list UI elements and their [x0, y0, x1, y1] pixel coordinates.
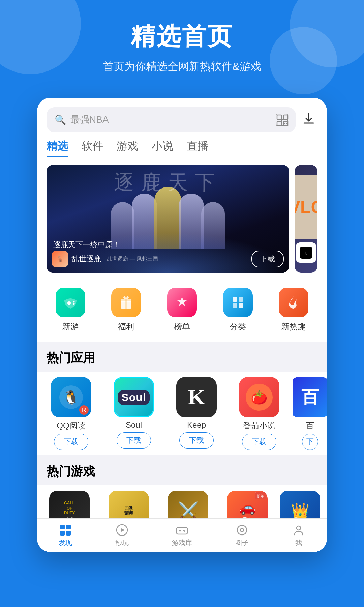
tab-games[interactable]: 游戏: [117, 139, 138, 157]
download-icon[interactable]: [301, 111, 316, 129]
search-input[interactable]: 最强NBA: [70, 113, 272, 126]
banner-main[interactable]: 逐鹿天下 逐鹿天下一统中原！ 🦌 乱世逐鹿 乱世逐鹿 — 风起三国 下载: [47, 165, 289, 273]
quick-icon-trending[interactable]: 新热趣: [279, 288, 308, 332]
download-btn-baidu[interactable]: 下: [302, 434, 318, 450]
honor-emoji: 👑: [291, 502, 309, 520]
vlc-logo: VLC: [295, 197, 317, 217]
app-item-qq-read: 🐧 R QQ阅读 下载: [42, 377, 100, 453]
circle-icon: [235, 523, 249, 537]
banner-side[interactable]: VLC t: [295, 165, 317, 273]
game-store-icon: [175, 523, 189, 537]
nav-item-quick-play[interactable]: 秒玩: [115, 523, 129, 547]
search-input-wrap[interactable]: 🔍 最强NBA: [47, 107, 296, 132]
svg-marker-29: [121, 528, 125, 532]
tab-novel[interactable]: 小说: [152, 139, 173, 157]
banner-app-name: 乱世逐鹿: [71, 254, 101, 264]
tab-software[interactable]: 软件: [82, 139, 103, 157]
fanqie-tomato: 🍅: [246, 384, 273, 411]
qq-speed-badge: 俱年: [255, 492, 266, 499]
svg-point-37: [297, 526, 301, 530]
hot-apps-section: 热门应用 🐧 R QQ阅读 下载: [37, 342, 327, 455]
welfare-label: 福利: [118, 321, 134, 332]
pubg-label: 四季荣耀: [124, 506, 133, 516]
svg-point-36: [240, 528, 244, 532]
app-item-keep: K Keep 下载: [168, 377, 225, 453]
soul-text-wrap: Soul: [118, 390, 149, 405]
game-store-label: 游戏库: [172, 538, 192, 547]
app-icon-soul: Soul: [114, 377, 154, 417]
quick-icon-category[interactable]: 分类: [223, 288, 253, 332]
hot-apps-title: 热门应用: [37, 342, 327, 372]
new-game-label: 新游: [62, 321, 79, 332]
download-btn-fanqie[interactable]: 下载: [242, 434, 276, 450]
svg-point-35: [237, 525, 247, 535]
nav-item-circle[interactable]: 圈子: [235, 523, 249, 547]
banner-description: 逐鹿天下一统中原！: [53, 240, 120, 250]
app-item-soul: Soul Soul 下载: [105, 377, 162, 453]
app-icon-fanqie: 🍅: [239, 377, 279, 417]
quick-play-icon: [115, 523, 129, 537]
quick-icon-welfare[interactable]: 福利: [111, 288, 141, 332]
app-name-qq-read: QQ阅读: [57, 420, 85, 431]
nav-item-discover[interactable]: 发现: [59, 523, 72, 547]
download-btn-keep[interactable]: 下载: [179, 432, 214, 449]
banner-app-row: 🦌 乱世逐鹿 乱世逐鹿 — 风起三国 下载: [52, 251, 284, 267]
discover-label: 发现: [59, 538, 72, 547]
search-icon: 🔍: [55, 114, 66, 125]
app-name-keep: Keep: [187, 420, 206, 430]
banner-app-icon: 🦌: [52, 251, 68, 267]
download-btn-soul[interactable]: 下载: [117, 432, 151, 449]
hot-apps-row: 🐧 R QQ阅读 下载 Soul: [37, 372, 327, 455]
keep-text: K: [188, 385, 205, 410]
banner-game-logo-text: 乱世逐鹿 — 风起三国: [107, 256, 158, 263]
qq-speed-emoji: 🚗: [239, 499, 256, 515]
qq-read-badge: R: [79, 405, 89, 415]
new-game-icon: [56, 288, 85, 317]
scan-icon[interactable]: [276, 114, 288, 126]
cod-text: CALLOFDUTY: [64, 501, 75, 515]
trending-icon: [279, 288, 308, 317]
svg-point-14: [73, 301, 74, 303]
app-name-fanqie: 番茄小说: [243, 420, 275, 431]
ranking-icon: [167, 288, 197, 317]
svg-point-15: [73, 303, 74, 305]
me-icon: [292, 523, 305, 537]
svg-rect-26: [60, 531, 65, 536]
svg-rect-21: [239, 297, 243, 302]
qq-read-emoji: 🐧: [63, 389, 80, 405]
banner-wrap: 逐鹿天下 逐鹿天下一统中原！ 🦌 乱世逐鹿 乱世逐鹿 — 风起三国 下载 VLC: [37, 165, 327, 280]
download-btn-qq-read[interactable]: 下载: [54, 434, 88, 450]
quick-play-label: 秒玩: [115, 538, 129, 547]
pubg-text: 四季荣耀: [124, 506, 133, 516]
qq-read-inner: 🐧: [59, 385, 83, 409]
app-item-fanqie: 🍅 番茄小说 下载: [231, 377, 288, 453]
trending-label: 新热趣: [281, 321, 306, 332]
svg-rect-22: [233, 303, 237, 308]
tab-featured[interactable]: 精选: [47, 139, 68, 157]
svg-rect-24: [60, 525, 65, 529]
banner-top-text: 逐鹿天下: [47, 169, 289, 196]
banner-download-button[interactable]: 下载: [251, 251, 284, 267]
page-subtitle: 首页为你精选全网新热软件&游戏: [0, 59, 364, 74]
nav-item-game-store[interactable]: 游戏库: [172, 523, 192, 547]
quick-icon-new-game[interactable]: 新游: [56, 288, 85, 332]
discover-icon: [59, 523, 72, 537]
category-label: 分类: [230, 321, 246, 332]
svg-rect-30: [177, 527, 187, 534]
soul-text: Soul: [121, 391, 146, 403]
fanqie-emoji: 🍅: [251, 389, 268, 405]
category-icon: [223, 288, 253, 317]
circle-label: 圈子: [235, 538, 249, 547]
svg-rect-23: [239, 303, 243, 308]
svg-rect-27: [66, 531, 71, 536]
page-title: 精选首页: [0, 20, 364, 53]
nav-item-me[interactable]: 我: [292, 523, 305, 547]
tab-live[interactable]: 直播: [187, 139, 208, 157]
app-icon-baidu: 百: [293, 377, 327, 417]
app-item-baidu: 百 百 下: [293, 377, 327, 453]
side-app-icon: t: [296, 242, 316, 263]
app-name-baidu: 百: [306, 420, 314, 431]
banner-app-info: 🦌 乱世逐鹿 乱世逐鹿 — 风起三国: [52, 251, 158, 267]
svg-text:t: t: [305, 250, 307, 256]
quick-icon-ranking[interactable]: 榜单: [167, 288, 197, 332]
